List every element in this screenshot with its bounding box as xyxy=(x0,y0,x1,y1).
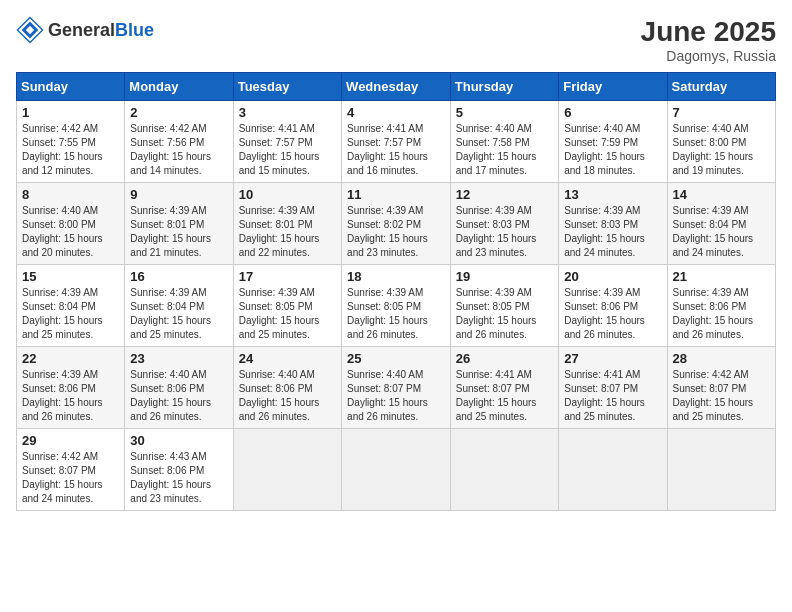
table-row: 28 Sunrise: 4:42 AMSunset: 8:07 PMDaylig… xyxy=(667,347,776,429)
page-header: GeneralBlue June 2025 Dagomys, Russia xyxy=(16,16,776,64)
table-row: 19 Sunrise: 4:39 AMSunset: 8:05 PMDaylig… xyxy=(450,265,558,347)
empty-cell xyxy=(233,429,341,511)
logo-icon xyxy=(16,16,44,44)
table-row: 22 Sunrise: 4:39 AMSunset: 8:06 PMDaylig… xyxy=(17,347,125,429)
table-row: 2 Sunrise: 4:42 AMSunset: 7:56 PMDayligh… xyxy=(125,101,233,183)
empty-cell xyxy=(450,429,558,511)
calendar-title: June 2025 xyxy=(641,16,776,48)
empty-cell xyxy=(342,429,451,511)
table-row: 8 Sunrise: 4:40 AMSunset: 8:00 PMDayligh… xyxy=(17,183,125,265)
logo: GeneralBlue xyxy=(16,16,154,44)
table-row: 24 Sunrise: 4:40 AMSunset: 8:06 PMDaylig… xyxy=(233,347,341,429)
col-sunday: Sunday xyxy=(17,73,125,101)
table-row: 3 Sunrise: 4:41 AMSunset: 7:57 PMDayligh… xyxy=(233,101,341,183)
col-thursday: Thursday xyxy=(450,73,558,101)
calendar-row: 15 Sunrise: 4:39 AMSunset: 8:04 PMDaylig… xyxy=(17,265,776,347)
table-row: 25 Sunrise: 4:40 AMSunset: 8:07 PMDaylig… xyxy=(342,347,451,429)
table-row: 30 Sunrise: 4:43 AMSunset: 8:06 PMDaylig… xyxy=(125,429,233,511)
logo-wordmark: GeneralBlue xyxy=(48,20,154,41)
calendar-header-row: Sunday Monday Tuesday Wednesday Thursday… xyxy=(17,73,776,101)
table-row: 15 Sunrise: 4:39 AMSunset: 8:04 PMDaylig… xyxy=(17,265,125,347)
table-row: 11 Sunrise: 4:39 AMSunset: 8:02 PMDaylig… xyxy=(342,183,451,265)
table-row: 14 Sunrise: 4:39 AMSunset: 8:04 PMDaylig… xyxy=(667,183,776,265)
calendar-location: Dagomys, Russia xyxy=(641,48,776,64)
table-row: 23 Sunrise: 4:40 AMSunset: 8:06 PMDaylig… xyxy=(125,347,233,429)
col-tuesday: Tuesday xyxy=(233,73,341,101)
calendar-row: 22 Sunrise: 4:39 AMSunset: 8:06 PMDaylig… xyxy=(17,347,776,429)
table-row: 4 Sunrise: 4:41 AMSunset: 7:57 PMDayligh… xyxy=(342,101,451,183)
empty-cell xyxy=(559,429,667,511)
table-row: 10 Sunrise: 4:39 AMSunset: 8:01 PMDaylig… xyxy=(233,183,341,265)
table-row: 26 Sunrise: 4:41 AMSunset: 8:07 PMDaylig… xyxy=(450,347,558,429)
logo-general: General xyxy=(48,20,115,40)
table-row: 1 Sunrise: 4:42 AMSunset: 7:55 PMDayligh… xyxy=(17,101,125,183)
table-row: 5 Sunrise: 4:40 AMSunset: 7:58 PMDayligh… xyxy=(450,101,558,183)
table-row: 6 Sunrise: 4:40 AMSunset: 7:59 PMDayligh… xyxy=(559,101,667,183)
calendar-row: 29 Sunrise: 4:42 AMSunset: 8:07 PMDaylig… xyxy=(17,429,776,511)
table-row: 12 Sunrise: 4:39 AMSunset: 8:03 PMDaylig… xyxy=(450,183,558,265)
calendar-table: Sunday Monday Tuesday Wednesday Thursday… xyxy=(16,72,776,511)
col-friday: Friday xyxy=(559,73,667,101)
empty-cell xyxy=(667,429,776,511)
table-row: 7 Sunrise: 4:40 AMSunset: 8:00 PMDayligh… xyxy=(667,101,776,183)
table-row: 13 Sunrise: 4:39 AMSunset: 8:03 PMDaylig… xyxy=(559,183,667,265)
table-row: 18 Sunrise: 4:39 AMSunset: 8:05 PMDaylig… xyxy=(342,265,451,347)
table-row: 29 Sunrise: 4:42 AMSunset: 8:07 PMDaylig… xyxy=(17,429,125,511)
table-row: 21 Sunrise: 4:39 AMSunset: 8:06 PMDaylig… xyxy=(667,265,776,347)
col-monday: Monday xyxy=(125,73,233,101)
table-row: 9 Sunrise: 4:39 AMSunset: 8:01 PMDayligh… xyxy=(125,183,233,265)
table-row: 17 Sunrise: 4:39 AMSunset: 8:05 PMDaylig… xyxy=(233,265,341,347)
col-saturday: Saturday xyxy=(667,73,776,101)
calendar-row: 8 Sunrise: 4:40 AMSunset: 8:00 PMDayligh… xyxy=(17,183,776,265)
col-wednesday: Wednesday xyxy=(342,73,451,101)
table-row: 27 Sunrise: 4:41 AMSunset: 8:07 PMDaylig… xyxy=(559,347,667,429)
table-row: 16 Sunrise: 4:39 AMSunset: 8:04 PMDaylig… xyxy=(125,265,233,347)
calendar-row: 1 Sunrise: 4:42 AMSunset: 7:55 PMDayligh… xyxy=(17,101,776,183)
table-row: 20 Sunrise: 4:39 AMSunset: 8:06 PMDaylig… xyxy=(559,265,667,347)
title-area: June 2025 Dagomys, Russia xyxy=(641,16,776,64)
logo-blue: Blue xyxy=(115,20,154,40)
